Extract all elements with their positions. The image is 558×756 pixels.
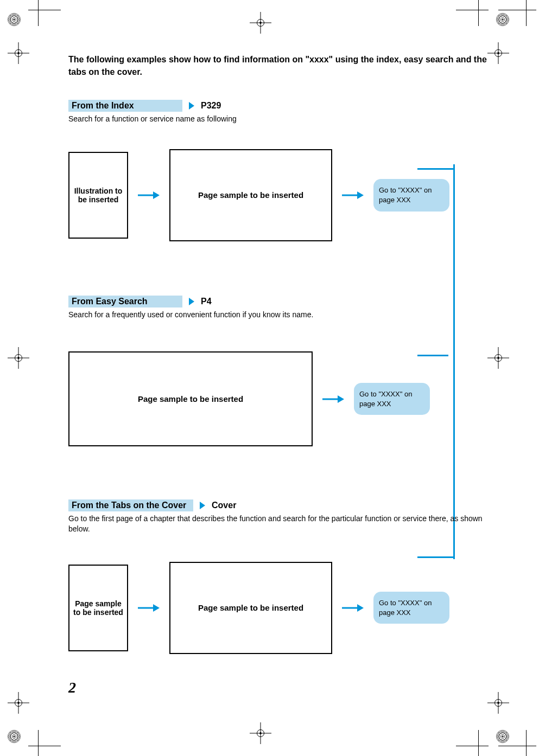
arrow-right-icon: [138, 606, 160, 610]
section-page-ref: P4: [201, 297, 212, 306]
arrow-right-icon: [138, 193, 160, 197]
goto-callout: Go to "XXXX" on page XXX: [373, 179, 449, 211]
page-sample-placeholder: Page sample to be inserted: [169, 149, 332, 241]
section-description: Search for a frequently used or convenie…: [68, 310, 492, 321]
page-sample-placeholder: Page sample to be inserted: [68, 351, 313, 446]
illustration-placeholder: Illustration to be inserted: [68, 152, 128, 239]
section-tabs-cover: From the Tabs on the Cover Cover Go to t…: [68, 499, 492, 657]
arrow-right-icon: [342, 606, 364, 610]
page-number: 2: [68, 679, 76, 696]
arrow-right-icon: [342, 193, 364, 197]
section-label: From the Index: [68, 100, 182, 112]
section-page-ref: P329: [201, 101, 221, 111]
section-label: From the Tabs on the Cover: [68, 499, 193, 511]
section-page-ref: Cover: [212, 501, 236, 510]
page-content: The following examples show how to find …: [68, 43, 492, 713]
triangle-icon: [189, 102, 194, 110]
section-description: Search for a function or service name as…: [68, 114, 492, 125]
goto-callout: Go to "XXXX" on page XXX: [354, 383, 430, 415]
arrow-right-icon: [322, 397, 344, 401]
triangle-icon: [200, 502, 205, 509]
section-label: From Easy Search: [68, 296, 182, 307]
section-index: From the Index P329 Search for a functio…: [68, 100, 492, 244]
goto-callout: Go to "XXXX" on page XXX: [373, 592, 449, 624]
section-easy-search: From Easy Search P4 Search for a frequen…: [68, 296, 492, 448]
triangle-icon: [189, 298, 194, 305]
intro-text: The following examples show how to find …: [68, 53, 492, 78]
page-sample-small-placeholder: Page sample to be inserted: [68, 565, 128, 651]
section-description: Go to the first page of a chapter that d…: [68, 514, 492, 535]
page-sample-placeholder: Page sample to be inserted: [169, 562, 332, 654]
